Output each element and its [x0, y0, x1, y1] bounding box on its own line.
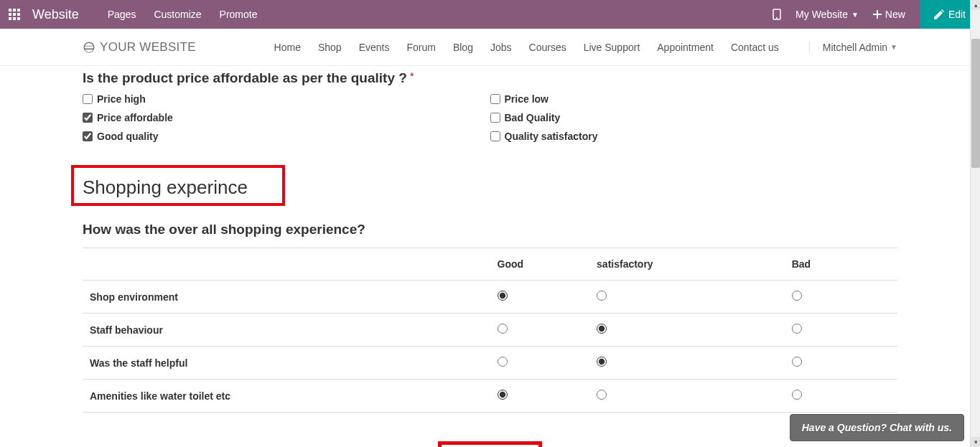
- check-option[interactable]: Good quality: [83, 131, 490, 142]
- matrix-radio[interactable]: [498, 390, 508, 400]
- row-label: Was the staff helpful: [83, 347, 490, 380]
- site-name: YOUR WEBSITE: [100, 40, 196, 55]
- user-name: Mitchell Admin: [823, 42, 887, 53]
- menu-pages[interactable]: Pages: [108, 9, 136, 20]
- apps-icon[interactable]: [7, 7, 22, 22]
- check-option[interactable]: Bad Quality: [490, 112, 898, 123]
- nav-courses[interactable]: Courses: [529, 42, 566, 53]
- price-question-title: Is the product price affordable as per t…: [83, 70, 897, 86]
- matrix-question: How was the over all shopping experience…: [83, 222, 897, 245]
- check-label: Bad Quality: [505, 112, 561, 123]
- scrollbar[interactable]: ▴ ▾: [970, 0, 980, 447]
- matrix-radio[interactable]: [498, 291, 508, 301]
- nav-contact-us[interactable]: Contact us: [731, 42, 779, 53]
- nav-jobs[interactable]: Jobs: [490, 42, 512, 53]
- menu-customize[interactable]: Customize: [154, 9, 201, 20]
- user-menu[interactable]: Mitchell Admin ▼: [809, 42, 897, 53]
- nav-events[interactable]: Events: [359, 42, 390, 53]
- scroll-thumb[interactable]: [971, 39, 980, 168]
- check-option[interactable]: Price high: [83, 93, 490, 105]
- nav-appointment[interactable]: Appointment: [657, 42, 714, 53]
- col-bad: Bad: [763, 248, 897, 281]
- matrix-row: Was the staff helpful: [83, 347, 897, 380]
- scroll-down-icon[interactable]: ▾: [971, 437, 980, 447]
- checkbox[interactable]: [490, 94, 500, 104]
- check-label: Quality satisfactory: [505, 131, 598, 142]
- menu-promote[interactable]: Promote: [220, 9, 258, 20]
- matrix-radio[interactable]: [792, 291, 802, 301]
- site-nav: YOUR WEBSITE Home Shop Events Forum Blog…: [0, 29, 980, 66]
- new-label: New: [885, 9, 905, 20]
- matrix-radio[interactable]: [597, 390, 607, 400]
- highlight-section-box: Shopping experince: [71, 165, 285, 206]
- matrix-row: Staff behaviour: [83, 314, 897, 347]
- row-label: Staff behaviour: [83, 314, 490, 347]
- svg-rect-5: [17, 13, 20, 16]
- nav-live-support[interactable]: Live Support: [584, 42, 640, 53]
- svg-rect-12: [873, 14, 882, 15]
- checkbox[interactable]: [83, 94, 93, 104]
- nav-shop[interactable]: Shop: [318, 42, 342, 53]
- matrix-radio[interactable]: [597, 357, 607, 367]
- svg-rect-2: [17, 9, 20, 11]
- my-website-dropdown[interactable]: My Website ▼: [795, 9, 859, 20]
- check-option[interactable]: Quality satisfactory: [490, 131, 898, 142]
- my-website-label: My Website: [795, 9, 848, 20]
- nav-home[interactable]: Home: [274, 42, 301, 53]
- brand-label: Website: [32, 7, 79, 22]
- svg-rect-4: [13, 13, 16, 16]
- chat-widget[interactable]: Have a Question? Chat with us.: [790, 414, 964, 441]
- check-label: Price low: [505, 93, 549, 105]
- scroll-up-icon[interactable]: ▴: [971, 0, 980, 10]
- matrix-row: Shop environment: [83, 281, 897, 314]
- col-satisfactory: satisfactory: [589, 248, 763, 281]
- checkbox[interactable]: [490, 113, 500, 123]
- check-label: Price affordable: [97, 112, 173, 123]
- svg-rect-6: [9, 17, 11, 20]
- section-title: Shopping experince: [83, 177, 248, 199]
- site-logo[interactable]: YOUR WEBSITE: [83, 40, 196, 55]
- new-button[interactable]: New: [873, 9, 905, 20]
- matrix-radio[interactable]: [498, 324, 508, 334]
- caret-down-icon: ▼: [890, 43, 897, 51]
- experience-matrix: Good satisfactory Bad Shop environmentSt…: [83, 248, 897, 413]
- check-label: Price high: [97, 93, 146, 105]
- svg-rect-3: [9, 13, 11, 16]
- check-label: Good quality: [97, 131, 159, 142]
- svg-rect-8: [17, 17, 20, 20]
- row-label: Shop environment: [83, 281, 490, 314]
- col-good: Good: [490, 248, 590, 281]
- svg-rect-1: [13, 9, 16, 11]
- edit-label: Edit: [948, 9, 966, 20]
- survey-content: Is the product price affordable as per t…: [0, 70, 980, 447]
- matrix-row: Amenities like water toilet etc: [83, 380, 897, 413]
- mobile-preview-icon[interactable]: [773, 9, 781, 20]
- matrix-radio[interactable]: [597, 291, 607, 301]
- svg-rect-0: [9, 9, 11, 11]
- matrix-radio[interactable]: [792, 390, 802, 400]
- checkbox[interactable]: [83, 131, 93, 141]
- top-nav: Website Pages Customize Promote My Websi…: [0, 0, 980, 29]
- highlight-submit-box: [438, 441, 542, 447]
- checkbox[interactable]: [83, 113, 93, 123]
- checkbox[interactable]: [490, 131, 500, 141]
- top-menu: Pages Customize Promote: [108, 9, 773, 20]
- matrix-radio[interactable]: [597, 324, 607, 334]
- check-option[interactable]: Price low: [490, 93, 898, 105]
- nav-forum[interactable]: Forum: [406, 42, 435, 53]
- nav-blog[interactable]: Blog: [453, 42, 473, 53]
- matrix-radio[interactable]: [498, 357, 508, 367]
- matrix-radio[interactable]: [792, 324, 802, 334]
- required-star-icon: *: [410, 70, 414, 82]
- caret-down-icon: ▼: [851, 11, 859, 19]
- row-label: Amenities like water toilet etc: [83, 380, 490, 413]
- svg-rect-7: [13, 17, 16, 20]
- matrix-radio[interactable]: [792, 357, 802, 367]
- check-option[interactable]: Price affordable: [83, 112, 490, 123]
